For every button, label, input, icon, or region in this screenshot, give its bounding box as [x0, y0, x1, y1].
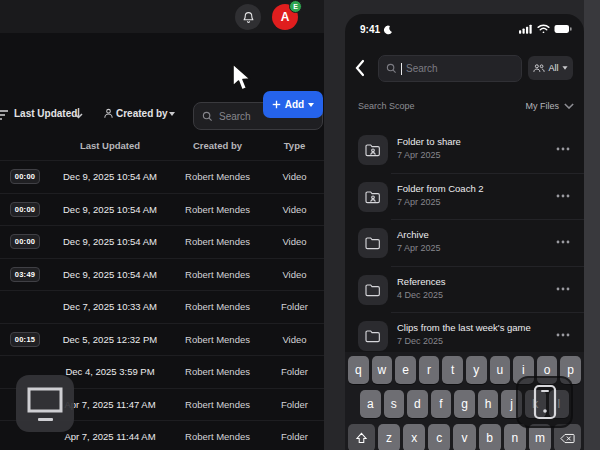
table-row[interactable]: 00:00 Dec 9, 2025 10:54 AM Robert Mendes… — [0, 193, 324, 226]
keyboard-key[interactable]: v — [453, 424, 475, 450]
file-date: 7 Dec 2025 — [397, 336, 531, 346]
keyboard-key[interactable]: a — [360, 390, 381, 418]
created-by-cell: Robert Mendes — [170, 399, 265, 410]
file-date: 7 Apr 2025 — [397, 243, 441, 253]
keyboard-key[interactable]: z — [378, 424, 400, 450]
back-button[interactable] — [354, 59, 366, 77]
monitor-stand — [38, 418, 53, 421]
shift-key[interactable] — [348, 424, 375, 450]
keyboard-key[interactable]: q — [348, 356, 369, 384]
last-updated-cell: Dec 7, 2025 10:33 AM — [50, 301, 170, 312]
last-updated-cell: Apr 7, 2025 11:44 AM — [50, 431, 170, 442]
file-icon-tile — [358, 228, 388, 258]
duration-badge: 00:00 — [10, 202, 41, 217]
list-item[interactable]: Archive 7 Apr 2025 — [345, 220, 584, 267]
table-row[interactable]: 00:00 Dec 9, 2025 10:54 AM Robert Mendes… — [0, 160, 324, 193]
file-title: Folder to share — [397, 136, 461, 147]
type-cell: Video — [265, 204, 324, 215]
list-item[interactable]: Folder to share 7 Apr 2025 — [345, 127, 584, 174]
list-item[interactable]: Folder from Coach 2 7 Apr 2025 — [345, 174, 584, 221]
last-updated-cell: Dec 4, 2025 3:59 PM — [50, 366, 170, 377]
file-icon-tile — [358, 135, 388, 165]
created-by-cell: Robert Mendes — [170, 431, 265, 442]
duration-cell: 03:49 — [0, 267, 50, 282]
screenshot-root: A E Last Updated Created by Search — [0, 0, 600, 450]
status-time: 9:41 — [360, 24, 393, 35]
duration-badge: 00:00 — [10, 169, 41, 184]
table-row[interactable]: 00:00 Dec 9, 2025 10:54 AM Robert Mendes… — [0, 225, 324, 258]
keyboard-key[interactable]: h — [478, 390, 499, 418]
duration-badge: 03:49 — [10, 267, 41, 282]
people-icon — [533, 63, 545, 73]
moon-icon — [383, 25, 393, 35]
created-by-cell: Robert Mendes — [170, 366, 265, 377]
duration-badge: 00:15 — [10, 332, 41, 347]
keyboard-key[interactable]: x — [403, 424, 425, 450]
duration-badge: 00:00 — [10, 234, 41, 249]
created-by-cell: Robert Mendes — [170, 204, 265, 215]
add-button[interactable]: Add — [263, 91, 323, 118]
backspace-icon — [560, 433, 575, 444]
created-by-filter[interactable]: Created by — [116, 108, 168, 119]
more-menu-icon[interactable] — [556, 147, 570, 151]
type-cell: Video — [265, 269, 324, 280]
file-icon-tile — [358, 321, 388, 351]
keyboard-key[interactable]: e — [395, 356, 416, 384]
keyboard-key[interactable]: t — [442, 356, 463, 384]
shared-folder-icon — [365, 190, 381, 204]
cellular-signal-icon — [519, 24, 533, 34]
more-menu-icon[interactable] — [556, 287, 570, 291]
search-scope-label: Search Scope — [358, 101, 415, 111]
keyboard-key[interactable]: c — [428, 424, 450, 450]
keyboard-key[interactable]: g — [454, 390, 475, 418]
more-menu-icon[interactable] — [556, 240, 570, 244]
last-updated-cell: Dec 9, 2025 10:54 AM — [50, 171, 170, 182]
table-row[interactable]: Dec 7, 2025 10:33 AM Robert Mendes Folde… — [0, 290, 324, 323]
desktop-panel: A E Last Updated Created by Search — [0, 0, 324, 450]
keyboard-key[interactable]: u — [490, 356, 511, 384]
chevron-down-icon[interactable] — [169, 112, 175, 116]
keyboard-key[interactable]: d — [407, 390, 428, 418]
duration-cell: 00:00 — [0, 234, 50, 249]
last-updated-cell: Dec 9, 2025 10:54 AM — [50, 236, 170, 247]
created-by-cell: Robert Mendes — [170, 334, 265, 345]
desktop-search-placeholder: Search — [219, 111, 251, 122]
column-header-last-updated[interactable]: Last Updated — [50, 140, 170, 151]
notifications-button[interactable] — [235, 4, 261, 30]
keyboard-key[interactable]: r — [419, 356, 440, 384]
last-updated-cell: Dec 9, 2025 10:54 AM — [50, 269, 170, 280]
file-title: References — [397, 276, 446, 287]
keyboard-key[interactable]: y — [466, 356, 487, 384]
type-cell: Folder — [265, 399, 324, 410]
monitor-icon — [26, 387, 64, 415]
column-header-created-by[interactable]: Created by — [170, 140, 265, 151]
sort-by-control[interactable]: Last Updated — [14, 108, 77, 119]
keyboard-key[interactable]: f — [431, 390, 452, 418]
keyboard-key[interactable]: b — [479, 424, 501, 450]
keyboard-key[interactable]: s — [384, 390, 405, 418]
list-item[interactable]: References 4 Dec 2025 — [345, 267, 584, 314]
search-icon — [386, 63, 397, 74]
more-menu-icon[interactable] — [556, 333, 570, 337]
phone-search-input[interactable]: Search — [378, 55, 522, 82]
more-menu-icon[interactable] — [556, 194, 570, 198]
phone-section: 9:41 — [324, 0, 600, 450]
table-row[interactable]: 00:15 Dec 5, 2025 12:32 PM Robert Mendes… — [0, 323, 324, 356]
file-icon-tile — [358, 275, 388, 305]
type-cell: Folder — [265, 301, 324, 312]
person-icon — [103, 108, 114, 119]
people-filter-button[interactable]: All — [528, 56, 573, 80]
wifi-icon — [537, 24, 550, 34]
column-header-type[interactable]: Type — [265, 140, 324, 151]
file-text: Folder from Coach 2 7 Apr 2025 — [397, 183, 484, 207]
shift-icon — [355, 432, 368, 445]
keyboard-key[interactable]: w — [372, 356, 393, 384]
plus-icon — [272, 100, 281, 109]
search-icon — [202, 111, 213, 122]
file-title: Clips from the last week's game — [397, 322, 531, 333]
search-scope-selector[interactable]: My Files — [526, 101, 575, 111]
keyboard-key[interactable]: n — [504, 424, 526, 450]
file-text: Folder to share 7 Apr 2025 — [397, 136, 461, 160]
table-row[interactable]: 03:49 Dec 9, 2025 10:54 AM Robert Mendes… — [0, 258, 324, 291]
sort-direction-icon[interactable] — [73, 107, 84, 119]
